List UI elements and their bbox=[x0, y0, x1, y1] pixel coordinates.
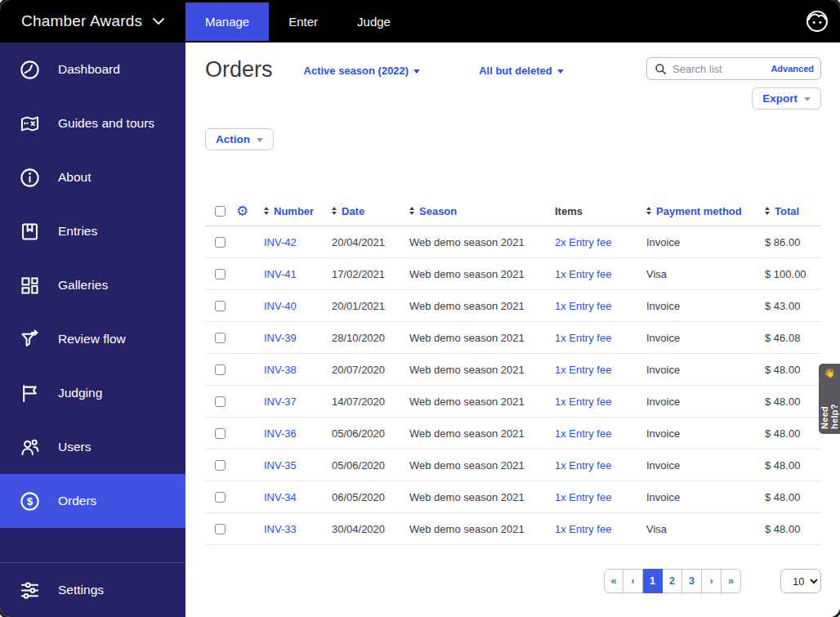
order-items-link[interactable]: 1x Entry fee bbox=[555, 300, 611, 312]
sidebar-item-judging[interactable]: Judging bbox=[0, 366, 185, 420]
season-filter-dropdown[interactable]: Active season (2022) bbox=[304, 65, 421, 77]
pagination-button[interactable]: 1 bbox=[643, 569, 663, 593]
pagination-button[interactable]: « bbox=[604, 569, 623, 593]
row-checkbox[interactable] bbox=[215, 333, 226, 343]
brand-menu[interactable]: Chamber Awards bbox=[0, 0, 185, 42]
table-body: INV-4220/04/2021Web demo season 20212x E… bbox=[205, 226, 821, 545]
row-checkbox[interactable] bbox=[215, 396, 226, 407]
tab-enter[interactable]: Enter bbox=[269, 0, 337, 42]
order-items-link[interactable]: 1x Entry fee bbox=[555, 396, 611, 408]
pagination-button[interactable]: 3 bbox=[682, 569, 702, 593]
pagination: «‹123›» bbox=[604, 569, 741, 593]
table-row: INV-3605/06/2020Web demo season 20211x E… bbox=[205, 418, 821, 449]
order-number-link[interactable]: INV-39 bbox=[264, 332, 297, 344]
top-bar: Chamber Awards Manage Enter Judge bbox=[0, 0, 840, 42]
column-header-number[interactable]: Number bbox=[264, 205, 332, 217]
order-items-link[interactable]: 1x Entry fee bbox=[555, 268, 611, 280]
order-date: 30/04/2020 bbox=[332, 523, 385, 535]
sidebar-item-users[interactable]: Users bbox=[0, 420, 185, 474]
order-number-link[interactable]: INV-36 bbox=[264, 427, 297, 440]
order-items-link[interactable]: 2x Entry fee bbox=[555, 236, 611, 248]
order-total: $ 100.00 bbox=[765, 268, 806, 280]
pagination-button[interactable]: ‹ bbox=[623, 569, 643, 593]
order-season: Web demo season 2021 bbox=[409, 523, 525, 535]
pagination-button[interactable]: 2 bbox=[663, 569, 682, 593]
order-number-link[interactable]: INV-38 bbox=[264, 364, 297, 376]
account-face-icon[interactable] bbox=[806, 10, 829, 33]
pagination-button[interactable]: » bbox=[722, 569, 741, 593]
tab-judge[interactable]: Judge bbox=[337, 0, 410, 42]
funnel-icon bbox=[19, 329, 41, 351]
sidebar-item-entries[interactable]: Entries bbox=[0, 204, 185, 258]
order-date: 20/04/2021 bbox=[332, 236, 385, 248]
search-icon bbox=[655, 63, 667, 75]
order-items-link[interactable]: 1x Entry fee bbox=[555, 364, 611, 376]
select-all-checkbox[interactable] bbox=[215, 206, 226, 217]
order-season: Web demo season 2021 bbox=[409, 459, 525, 472]
sidebar-item-label: Entries bbox=[58, 224, 97, 239]
row-checkbox[interactable] bbox=[215, 301, 226, 311]
order-number-link[interactable]: INV-42 bbox=[264, 236, 297, 248]
order-payment-method: Invoice bbox=[646, 236, 680, 248]
order-items-link[interactable]: 1x Entry fee bbox=[555, 459, 611, 472]
order-season: Web demo season 2021 bbox=[409, 396, 525, 408]
table-row: INV-3820/07/2020Web demo season 20211x E… bbox=[205, 354, 821, 386]
sidebar-item-about[interactable]: About bbox=[0, 150, 185, 204]
table-header-row: ⚙ Number Date Season Items bbox=[205, 196, 821, 226]
action-button[interactable]: Action bbox=[205, 128, 274, 150]
gear-icon[interactable]: ⚙ bbox=[236, 203, 248, 219]
order-items-link[interactable]: 1x Entry fee bbox=[555, 523, 611, 535]
sidebar-item-label: Judging bbox=[58, 386, 102, 400]
sidebar-item-guides-and-tours[interactable]: Guides and tours bbox=[0, 96, 185, 150]
advanced-search-link[interactable]: Advanced bbox=[771, 64, 814, 74]
row-checkbox[interactable] bbox=[215, 460, 226, 471]
column-header-season[interactable]: Season bbox=[409, 205, 555, 217]
sidebar-item-galleries[interactable]: Galleries bbox=[0, 258, 185, 312]
sidebar-item-label: Galleries bbox=[58, 278, 108, 293]
order-number-link[interactable]: INV-41 bbox=[264, 268, 297, 280]
tab-manage[interactable]: Manage bbox=[185, 2, 269, 41]
need-help-tab[interactable]: 👋 Need help? bbox=[819, 364, 840, 434]
sidebar-item-dashboard[interactable]: Dashboard bbox=[0, 42, 185, 96]
row-checkbox[interactable] bbox=[215, 364, 226, 375]
column-header-payment-method[interactable]: Payment method bbox=[646, 205, 765, 217]
order-payment-method: Visa bbox=[646, 523, 667, 535]
row-checkbox[interactable] bbox=[215, 269, 226, 279]
sidebar-item-label: Review flow bbox=[58, 332, 126, 347]
caret-down-icon bbox=[413, 69, 420, 74]
order-number-link[interactable]: INV-33 bbox=[264, 523, 297, 535]
flag-icon bbox=[19, 382, 41, 405]
export-button[interactable]: Export bbox=[752, 87, 821, 110]
page-size-select[interactable]: 10 bbox=[780, 569, 821, 593]
page-title: Orders bbox=[205, 57, 273, 82]
pagination-button[interactable]: › bbox=[702, 569, 722, 593]
order-total: $ 48.00 bbox=[765, 459, 800, 472]
column-header-date[interactable]: Date bbox=[332, 205, 409, 217]
order-total: $ 48.00 bbox=[765, 523, 800, 535]
order-number-link[interactable]: INV-40 bbox=[264, 300, 297, 312]
order-number-link[interactable]: INV-35 bbox=[264, 459, 297, 472]
order-number-link[interactable]: INV-37 bbox=[264, 396, 297, 408]
row-checkbox[interactable] bbox=[215, 524, 226, 534]
order-payment-method: Invoice bbox=[646, 459, 680, 472]
order-items-link[interactable]: 1x Entry fee bbox=[555, 332, 611, 344]
brand-title: Chamber Awards bbox=[21, 12, 142, 30]
caret-down-icon bbox=[557, 69, 564, 74]
sidebar-item-review-flow[interactable]: Review flow bbox=[0, 312, 185, 366]
chevron-down-icon bbox=[152, 17, 165, 25]
order-date: 06/05/2020 bbox=[332, 491, 385, 503]
order-items-link[interactable]: 1x Entry fee bbox=[555, 427, 611, 440]
order-payment-method: Invoice bbox=[646, 491, 680, 503]
row-checkbox[interactable] bbox=[215, 428, 226, 439]
order-items-link[interactable]: 1x Entry fee bbox=[555, 491, 611, 503]
order-number-link[interactable]: INV-34 bbox=[264, 491, 297, 503]
order-season: Web demo season 2021 bbox=[409, 364, 525, 376]
row-checkbox[interactable] bbox=[215, 492, 226, 503]
search-input[interactable] bbox=[672, 63, 765, 75]
order-total: $ 43.00 bbox=[765, 300, 800, 312]
sidebar-item-orders[interactable]: $ Orders bbox=[0, 474, 185, 528]
column-header-total[interactable]: Total bbox=[765, 205, 821, 217]
status-filter-dropdown[interactable]: All but deleted bbox=[479, 65, 564, 77]
sidebar-item-settings[interactable]: Settings bbox=[0, 563, 185, 617]
row-checkbox[interactable] bbox=[215, 237, 226, 248]
